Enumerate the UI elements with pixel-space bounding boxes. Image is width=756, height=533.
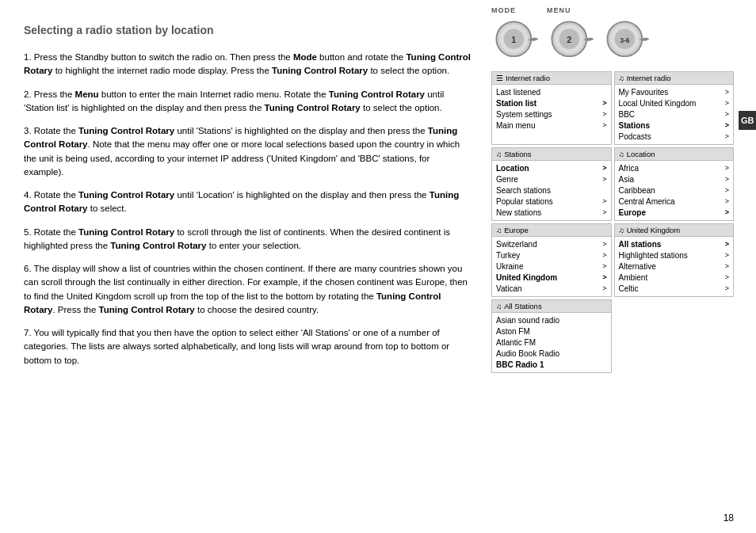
panel-6-icon: ♫ — [619, 226, 624, 234]
page-title: Selecting a radio station by location — [24, 24, 472, 36]
panel-7-body: Asian sound radio Aston FM Atlantic FM A… — [492, 313, 611, 372]
panel-4-row-3: Caribbean> — [619, 185, 730, 196]
diagram-mode: MODE 1 — [491, 6, 542, 67]
panel-header-5: ♫ Europe — [492, 224, 611, 237]
panel-3-row-2: Genre> — [496, 173, 607, 185]
panel-1-title: Internet radio — [506, 74, 550, 82]
panel-1-row-1: Last listened — [496, 86, 607, 97]
panel-2-row-5: Podcasts> — [619, 131, 730, 142]
panel-7-row-5: BBC Radio 1 — [496, 359, 607, 370]
panels-area: ☰ Internet radio Last listened Station l… — [491, 71, 734, 373]
panel-5-row-2: Turkey> — [496, 249, 607, 261]
panel-4-row-1: Africa> — [619, 162, 730, 173]
panel-1-icon: ☰ — [496, 74, 503, 82]
svg-text:1: 1 — [511, 35, 516, 44]
menu-label: MENU — [547, 6, 571, 14]
panel-header-3: ♫ Stations — [492, 148, 611, 161]
mode-knob-svg: 1 — [491, 16, 542, 67]
panel-header-1: ☰ Internet radio — [492, 72, 611, 85]
panel-4-row-4: Central America> — [619, 196, 730, 207]
mode-label: MODE — [491, 6, 516, 14]
instruction-3: 3. Rotate the Tuning Control Rotary unti… — [24, 124, 472, 179]
panel-6-row-1: All stations> — [619, 238, 730, 249]
panel-united-kingdom: ♫ United Kingdom All stations> Highlight… — [614, 223, 735, 297]
panel-internet-radio-1: ☰ Internet radio Last listened Station l… — [491, 71, 612, 145]
panel-5-row-3: Ukraine> — [496, 261, 607, 272]
panel-1-row-2: Station list> — [496, 97, 607, 109]
panel-5-row-5: Vatican> — [496, 283, 607, 294]
panel-3-row-1: Location> — [496, 162, 607, 173]
instruction-7: 7. You will typically find that you then… — [24, 326, 472, 367]
main-content: Selecting a radio station by location 1.… — [0, 0, 487, 533]
panel-7-row-1: Asian sound radio — [496, 314, 607, 326]
diagram-menu: MENU 2 — [547, 6, 598, 67]
panel-7-title: All Stations — [504, 302, 542, 310]
page-number: 18 — [724, 512, 734, 523]
panel-6-row-4: Ambient> — [619, 272, 730, 283]
panel-4-icon: ♫ — [619, 150, 624, 158]
panel-header-6: ♫ United Kingdom — [615, 224, 734, 237]
instruction-4: 4. Rotate the Tuning Control Rotary unti… — [24, 188, 472, 216]
panel-3-row-4: Popular stations> — [496, 196, 607, 207]
panel-3-title: Stations — [504, 150, 531, 158]
instruction-2: 2. Press the Menu button to enter the ma… — [24, 88, 472, 116]
panel-stations: ♫ Stations Location> Genre> Search stati… — [491, 147, 612, 221]
panel-2-row-3: BBC> — [619, 109, 730, 120]
panel-6-body: All stations> Highlighted stations> Alte… — [615, 237, 734, 296]
panel-4-row-5: Europe> — [619, 207, 730, 218]
gb-tab: GB — [739, 111, 756, 130]
panel-6-row-3: Alternative> — [619, 261, 730, 272]
svg-text:2: 2 — [567, 35, 571, 44]
panel-6-row-5: Celtic> — [619, 283, 730, 294]
panel-7-row-2: Aston FM — [496, 326, 607, 337]
panel-2-row-1: My Favourites> — [619, 86, 730, 97]
panel-5-row-1: Switzerland> — [496, 238, 607, 249]
panel-2-row-4: Stations> — [619, 120, 730, 131]
panel-7-row-4: Audio Book Radio — [496, 348, 607, 359]
panel-2-row-2: Local United Kingdom> — [619, 97, 730, 109]
panel-header-7: ♫ All Stations — [492, 300, 611, 313]
panel-1-row-4: Main menu> — [496, 120, 607, 131]
diagram-3-6-label — [602, 6, 605, 14]
3-6-knob-svg: 3-6 — [602, 16, 653, 67]
panel-3-row-5: New stations> — [496, 207, 607, 218]
instruction-list: 1. Press the Standby button to switch th… — [24, 51, 472, 367]
panel-2-title: Internet radio — [627, 74, 671, 82]
panel-europe: ♫ Europe Switzerland> Turkey> Ukraine> U… — [491, 223, 612, 297]
panel-7-row-3: Atlantic FM — [496, 337, 607, 348]
panel-header-4: ♫ Location — [615, 148, 734, 161]
panel-4-body: Africa> Asia> Caribbean> Central America… — [615, 161, 734, 220]
panel-2-icon: ♫ — [619, 74, 624, 82]
panel-all-stations: ♫ All Stations Asian sound radio Aston F… — [491, 299, 612, 373]
panel-6-title: United Kingdom — [627, 226, 681, 234]
panel-5-row-4: United Kingdom> — [496, 272, 607, 283]
panel-location: ♫ Location Africa> Asia> Caribbean> Cent… — [614, 147, 735, 221]
right-section: MODE 1 MENU 2 — [487, 0, 756, 533]
panel-3-row-3: Search stations — [496, 185, 607, 196]
panel-5-body: Switzerland> Turkey> Ukraine> United Kin… — [492, 237, 611, 296]
panel-header-2: ♫ Internet radio — [615, 72, 734, 85]
panel-5-icon: ♫ — [496, 226, 502, 234]
svg-text:3-6: 3-6 — [620, 37, 629, 44]
panel-5-title: Europe — [504, 226, 529, 234]
panel-7-icon: ♫ — [496, 302, 502, 310]
instruction-6: 6. The display will show a list of count… — [24, 262, 472, 317]
panel-3-icon: ♫ — [496, 150, 502, 158]
panel-1-row-3: System settings> — [496, 109, 607, 120]
panel-1-body: Last listened Station list> System setti… — [492, 85, 611, 133]
panel-6-row-2: Highlighted stations> — [619, 249, 730, 261]
panel-4-row-2: Asia> — [619, 173, 730, 185]
instruction-5: 5. Rotate the Tuning Control Rotary to s… — [24, 226, 472, 253]
panel-2-body: My Favourites> Local United Kingdom> BBC… — [615, 85, 734, 144]
diagram-3-6: 3-6 — [602, 6, 653, 67]
diagrams-area: MODE 1 MENU 2 — [491, 6, 734, 67]
instruction-1: 1. Press the Standby button to switch th… — [24, 51, 472, 78]
menu-knob-svg: 2 — [547, 16, 598, 67]
panel-4-title: Location — [627, 150, 655, 158]
panel-3-body: Location> Genre> Search stations Popular… — [492, 161, 611, 220]
panel-internet-radio-2: ♫ Internet radio My Favourites> Local Un… — [614, 71, 735, 145]
